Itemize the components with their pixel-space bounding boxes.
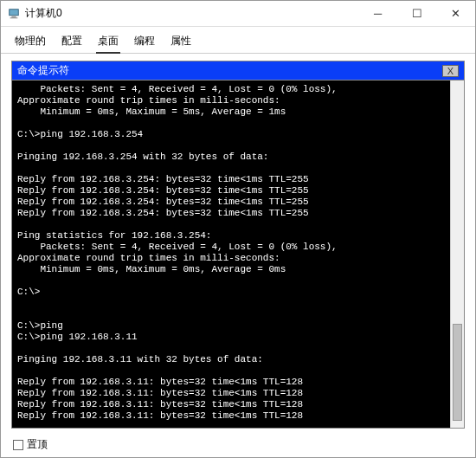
- tab-config[interactable]: 配置: [60, 32, 84, 53]
- app-window: 计算机0 ─ ☐ ✕ 物理的 配置 桌面 编程 属性 命令提示符 X Packe…: [0, 0, 476, 458]
- terminal-container: Packets: Sent = 4, Received = 4, Lost = …: [11, 80, 465, 429]
- always-on-top-checkbox[interactable]: [13, 440, 23, 450]
- titlebar[interactable]: 计算机0 ─ ☐ ✕: [1, 1, 475, 27]
- terminal-title: 命令提示符: [17, 63, 442, 78]
- tab-bar: 物理的 配置 桌面 编程 属性: [1, 27, 475, 54]
- tab-attributes[interactable]: 属性: [169, 32, 193, 53]
- svg-rect-1: [11, 16, 16, 17]
- terminal-output[interactable]: Packets: Sent = 4, Received = 4, Lost = …: [12, 81, 450, 428]
- tab-desktop[interactable]: 桌面: [96, 32, 120, 54]
- tab-physical[interactable]: 物理的: [13, 32, 48, 53]
- minimize-button[interactable]: ─: [358, 1, 397, 26]
- content-area: 命令提示符 X Packets: Sent = 4, Received = 4,…: [1, 54, 475, 432]
- always-on-top-label: 置顶: [27, 437, 48, 452]
- footer: 置顶: [1, 432, 475, 457]
- terminal-header[interactable]: 命令提示符 X: [11, 61, 465, 80]
- window-controls: ─ ☐ ✕: [358, 1, 475, 26]
- svg-rect-2: [10, 17, 18, 18]
- terminal-scrollbar[interactable]: [450, 81, 464, 428]
- close-button[interactable]: ✕: [436, 1, 475, 26]
- window-title: 计算机0: [25, 6, 358, 21]
- scrollbar-thumb[interactable]: [453, 324, 462, 421]
- svg-rect-0: [10, 9, 19, 15]
- tab-programming[interactable]: 编程: [132, 32, 157, 53]
- maximize-button[interactable]: ☐: [397, 1, 436, 26]
- computer-icon: [8, 8, 20, 20]
- terminal-close-button[interactable]: X: [442, 65, 459, 77]
